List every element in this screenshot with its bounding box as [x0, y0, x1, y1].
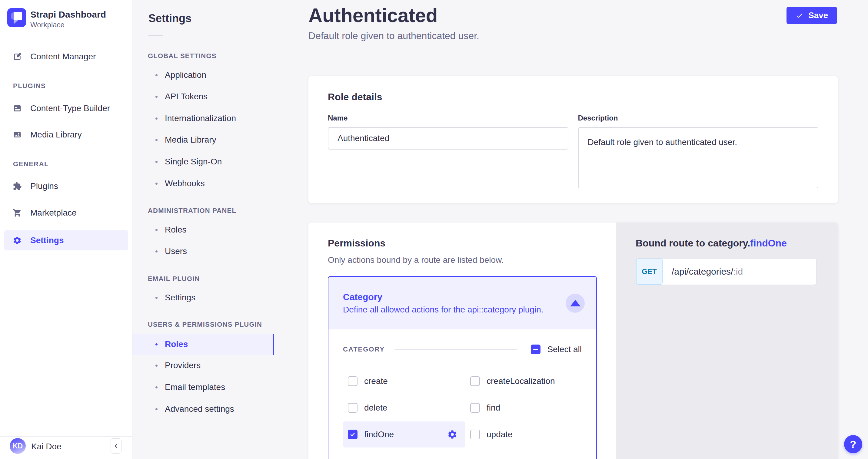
- workspace-title: Strapi Dashboard: [30, 9, 106, 20]
- bullet-icon: [155, 229, 158, 231]
- http-method-badge: GET: [636, 259, 662, 285]
- route-bar: GET /api/categories/:id: [636, 258, 816, 285]
- subnav-item-admin-users[interactable]: Users: [132, 243, 274, 260]
- nav-section-plugins: PLUGINS: [13, 82, 46, 90]
- action-row-update[interactable]: update: [465, 422, 582, 448]
- bound-route-panel: Bound route to category.findOne GET /api…: [616, 223, 838, 459]
- bullet-icon: [155, 251, 158, 253]
- bullet-icon: [155, 161, 158, 163]
- subnav-item-api-tokens[interactable]: API Tokens: [132, 88, 274, 105]
- subnav-section-users-permissions-plugin: USERS & PERMISSIONS PLUGIN: [148, 321, 262, 328]
- action-row-delete[interactable]: delete: [343, 395, 465, 421]
- collapse-sidebar-button[interactable]: [111, 438, 122, 454]
- subnav-item-label: API Tokens: [165, 92, 208, 101]
- select-all-checkbox[interactable]: [531, 345, 540, 354]
- create-checkbox[interactable]: [348, 376, 358, 386]
- find-checkbox[interactable]: [470, 403, 480, 413]
- bullet-icon: [155, 343, 158, 346]
- subnav-item-label: Email templates: [165, 383, 225, 392]
- name-field-group: Name: [328, 114, 568, 190]
- findOne-checkbox[interactable]: [348, 430, 358, 439]
- sidebar-item-content-manager[interactable]: Content Manager: [4, 47, 128, 66]
- sidebar-item-label: Content Manager: [30, 52, 96, 62]
- sidebar-item-label: Marketplace: [30, 208, 76, 218]
- subnav-item-admin-roles[interactable]: Roles: [132, 221, 274, 238]
- role-details-card: Role details Name Description Default ro…: [308, 76, 838, 203]
- subnav-item-application[interactable]: Application: [132, 67, 274, 84]
- action-row-findOne[interactable]: findOne: [343, 422, 465, 448]
- save-button-label: Save: [808, 10, 828, 20]
- subnav-item-internationalization[interactable]: Internationalization: [132, 110, 274, 127]
- help-button[interactable]: ?: [844, 435, 862, 453]
- action-row-find[interactable]: find: [465, 395, 582, 421]
- chevron-up-icon: [570, 300, 581, 306]
- createLocalization-checkbox[interactable]: [470, 376, 480, 386]
- sidebar-item-content-type-builder[interactable]: Content-Type Builder: [4, 99, 128, 118]
- route-path: /api/categories/:id: [662, 259, 743, 285]
- sidebar-item-settings[interactable]: Settings: [4, 230, 128, 251]
- name-label: Name: [328, 114, 568, 122]
- subnav-title: Settings: [149, 12, 191, 25]
- media-library-icon: [13, 130, 22, 139]
- bullet-icon: [155, 118, 158, 120]
- action-label: findOne: [364, 430, 394, 439]
- bullet-icon: [155, 408, 158, 410]
- category-accordion-header[interactable]: Category Define all allowed actions for …: [329, 277, 596, 329]
- avatar[interactable]: KD: [10, 438, 26, 454]
- action-row-create[interactable]: create: [343, 368, 465, 394]
- action-label: create: [364, 376, 388, 386]
- permissions-section: Permissions Only actions bound by a rout…: [308, 223, 838, 459]
- update-checkbox[interactable]: [470, 430, 480, 439]
- strapi-logo-icon: [7, 8, 26, 27]
- category-accordion-titles: Category Define all allowed actions for …: [343, 291, 566, 315]
- subnav-item-single-sign-on[interactable]: Single Sign-On: [132, 153, 274, 170]
- category-accordion-body: CATEGORY Select all create: [329, 329, 596, 459]
- description-textarea[interactable]: Default role given to authenticated user…: [578, 127, 818, 188]
- sidebar-item-plugins[interactable]: Plugins: [4, 177, 128, 196]
- category-description: Define all allowed actions for the api::…: [343, 304, 566, 315]
- route-path-param: :id: [733, 266, 743, 277]
- action-label: delete: [364, 403, 387, 413]
- select-all-label: Select all: [547, 345, 582, 354]
- findOne-settings-button[interactable]: [447, 429, 458, 439]
- subnav-item-label: Media Library: [165, 135, 216, 145]
- sidebar-item-media-library[interactable]: Media Library: [4, 125, 128, 144]
- name-input[interactable]: [328, 127, 568, 150]
- page-subtitle: Default role given to authenticated user…: [308, 30, 479, 41]
- role-details-heading: Role details: [328, 92, 382, 103]
- subnav-item-up-advanced-settings[interactable]: Advanced settings: [132, 400, 274, 418]
- collapse-accordion-button[interactable]: [566, 294, 585, 313]
- sidebar-item-label: Plugins: [30, 182, 58, 191]
- action-row-createLocalization[interactable]: createLocalization: [465, 368, 582, 394]
- permissions-heading: Permissions: [328, 238, 597, 249]
- subnav-item-email-settings[interactable]: Settings: [132, 289, 274, 306]
- settings-subnav: Settings GLOBAL SETTINGS Application API…: [132, 0, 274, 459]
- subnav-item-media-library[interactable]: Media Library: [132, 131, 274, 149]
- cart-icon: [13, 208, 22, 218]
- subnav-section-administration-panel: ADMINISTRATION PANEL: [148, 207, 236, 215]
- sidebar-item-label: Settings: [30, 235, 64, 245]
- workspace-brand[interactable]: Strapi Dashboard Workplace: [0, 0, 132, 38]
- divider: [149, 35, 163, 36]
- subnav-item-up-roles[interactable]: Roles: [132, 334, 274, 355]
- user-name: Kai Doe: [31, 442, 62, 452]
- delete-checkbox[interactable]: [348, 403, 358, 413]
- subnav-item-up-providers[interactable]: Providers: [132, 357, 274, 374]
- subnav-section-global-settings: GLOBAL SETTINGS: [148, 52, 217, 60]
- subnav-item-up-email-templates[interactable]: Email templates: [132, 379, 274, 396]
- bullet-icon: [155, 364, 158, 367]
- workspace-subtitle: Workplace: [30, 21, 65, 29]
- category-group-label: CATEGORY: [343, 346, 385, 353]
- action-label: createLocalization: [487, 376, 555, 386]
- main-navigation: Strapi Dashboard Workplace Content Manag…: [0, 0, 132, 459]
- sidebar-item-marketplace[interactable]: Marketplace: [4, 203, 128, 222]
- gear-icon: [13, 236, 22, 245]
- indeterminate-icon: [533, 349, 538, 350]
- check-icon: [350, 431, 356, 437]
- nav-section-general: GENERAL: [13, 160, 49, 168]
- save-button[interactable]: Save: [786, 7, 837, 24]
- permissions-panel: Permissions Only actions bound by a rout…: [308, 223, 616, 459]
- subnav-item-webhooks[interactable]: Webhooks: [132, 175, 274, 192]
- select-all-control[interactable]: Select all: [531, 345, 582, 354]
- sidebar-item-label: Media Library: [30, 130, 82, 139]
